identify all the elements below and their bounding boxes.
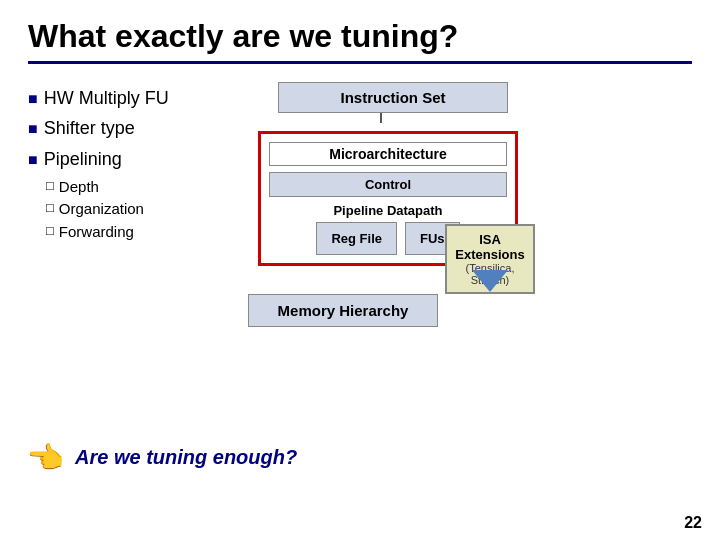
title-divider	[28, 61, 692, 64]
slide-number: 22	[684, 514, 702, 532]
connector-line-top	[380, 113, 382, 123]
sub-bullet-icon-3: □	[46, 223, 54, 240]
arrow-container	[268, 270, 692, 292]
control-box: Control	[269, 172, 507, 197]
sub-bullet-3: □ Forwarding	[28, 222, 228, 242]
bullet-icon-1: ■	[28, 88, 38, 110]
slide: What exactly are we tuning? ■ HW Multipl…	[0, 0, 720, 540]
memory-hierarchy-wrapper: Memory Hierarchy	[258, 294, 692, 327]
slide-title: What exactly are we tuning?	[28, 18, 692, 55]
arrow-down-icon	[472, 270, 508, 292]
bullet-label-1: HW Multiply FU	[44, 86, 169, 110]
right-panel: Instruction Set Microarchitecture Contro…	[258, 82, 692, 422]
sub-bullet-2: □ Organization	[28, 199, 228, 219]
isa-extensions-title: ISA Extensions	[455, 232, 525, 262]
microarchitecture-box: Microarchitecture Control Pipeline Datap…	[258, 131, 518, 266]
left-panel: ■ HW Multiply FU ■ Shifter type ■ Pipeli…	[28, 82, 228, 244]
sub-bullet-label-3: Forwarding	[59, 222, 134, 242]
sub-bullet-label-1: Depth	[59, 177, 99, 197]
memory-hierarchy-box: Memory Hierarchy	[248, 294, 438, 327]
instruction-set-label: Instruction Set	[340, 89, 445, 106]
bullet-2: ■ Shifter type	[28, 116, 228, 140]
bullet-label-2: Shifter type	[44, 116, 135, 140]
pipeline-label: Pipeline Datapath	[269, 203, 507, 218]
instruction-set-box: Instruction Set	[278, 82, 508, 113]
bullet-3: ■ Pipelining	[28, 147, 228, 171]
bullet-1: ■ HW Multiply FU	[28, 86, 228, 110]
hand-pointing-icon: 👉	[28, 440, 65, 475]
sub-bullet-icon-2: □	[46, 200, 54, 217]
bullet-icon-2: ■	[28, 118, 38, 140]
microarchitecture-title: Microarchitecture	[269, 142, 507, 166]
diagram-wrapper: Instruction Set Microarchitecture Contro…	[258, 82, 692, 327]
memory-hierarchy-label: Memory Hierarchy	[278, 302, 409, 319]
bullet-icon-3: ■	[28, 149, 38, 171]
content-area: ■ HW Multiply FU ■ Shifter type ■ Pipeli…	[28, 82, 692, 422]
bullet-label-3: Pipelining	[44, 147, 122, 171]
bottom-text: Are we tuning enough?	[75, 446, 297, 469]
sub-bullet-label-2: Organization	[59, 199, 144, 219]
reg-file-cell: Reg File	[316, 222, 397, 255]
bottom-area: 👉 Are we tuning enough?	[28, 440, 692, 475]
sub-bullet-1: □ Depth	[28, 177, 228, 197]
sub-bullet-icon-1: □	[46, 178, 54, 195]
